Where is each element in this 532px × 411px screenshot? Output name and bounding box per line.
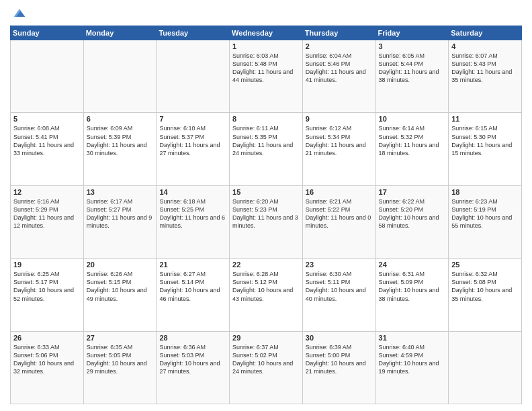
calendar-cell: 24Sunrise: 6:31 AM Sunset: 5:09 PM Dayli… [375, 259, 449, 331]
day-number: 1 [232, 42, 300, 50]
calendar-cell: 18Sunrise: 6:23 AM Sunset: 5:19 PM Dayli… [449, 185, 522, 258]
weekday-header-thursday: Thursday [302, 26, 375, 40]
calendar-cell: 2Sunrise: 6:04 AM Sunset: 5:46 PM Daylig… [302, 40, 375, 113]
day-info: Sunrise: 6:11 AM Sunset: 5:35 PM Dayligh… [232, 124, 300, 157]
day-info: Sunrise: 6:04 AM Sunset: 5:46 PM Dayligh… [306, 52, 373, 85]
day-info: Sunrise: 6:35 AM Sunset: 5:05 PM Dayligh… [87, 343, 154, 376]
day-info: Sunrise: 6:17 AM Sunset: 5:27 PM Dayligh… [87, 197, 154, 230]
calendar-cell: 21Sunrise: 6:27 AM Sunset: 5:14 PM Dayli… [157, 259, 230, 331]
week-row-2: 12Sunrise: 6:16 AM Sunset: 5:29 PM Dayli… [11, 185, 522, 258]
day-number: 27 [87, 334, 154, 342]
day-number: 26 [13, 334, 81, 342]
day-info: Sunrise: 6:23 AM Sunset: 5:19 PM Dayligh… [451, 197, 519, 230]
calendar-cell: 11Sunrise: 6:15 AM Sunset: 5:30 PM Dayli… [449, 113, 522, 185]
day-number: 9 [306, 115, 373, 123]
calendar-cell: 8Sunrise: 6:11 AM Sunset: 5:35 PM Daylig… [230, 113, 303, 185]
day-number: 10 [379, 115, 446, 123]
day-number: 19 [13, 261, 81, 269]
day-number: 11 [451, 115, 519, 123]
day-number: 15 [232, 188, 300, 196]
calendar-cell: 4Sunrise: 6:07 AM Sunset: 5:43 PM Daylig… [449, 40, 522, 113]
calendar-cell: 25Sunrise: 6:32 AM Sunset: 5:08 PM Dayli… [449, 259, 522, 331]
day-info: Sunrise: 6:18 AM Sunset: 5:25 PM Dayligh… [159, 197, 226, 230]
day-info: Sunrise: 6:07 AM Sunset: 5:43 PM Dayligh… [451, 52, 519, 85]
logo-icon [13, 7, 26, 20]
calendar-cell: 12Sunrise: 6:16 AM Sunset: 5:29 PM Dayli… [11, 185, 84, 258]
calendar-cell: 16Sunrise: 6:21 AM Sunset: 5:22 PM Dayli… [302, 185, 375, 258]
day-info: Sunrise: 6:31 AM Sunset: 5:09 PM Dayligh… [379, 270, 446, 303]
day-info: Sunrise: 6:37 AM Sunset: 5:02 PM Dayligh… [232, 343, 300, 376]
day-info: Sunrise: 6:30 AM Sunset: 5:11 PM Dayligh… [306, 270, 373, 303]
week-row-0: 1Sunrise: 6:03 AM Sunset: 5:48 PM Daylig… [11, 40, 522, 113]
calendar-cell: 5Sunrise: 6:08 AM Sunset: 5:41 PM Daylig… [11, 113, 84, 185]
day-info: Sunrise: 6:40 AM Sunset: 4:59 PM Dayligh… [379, 343, 446, 376]
calendar-cell: 28Sunrise: 6:36 AM Sunset: 5:03 PM Dayli… [157, 331, 230, 404]
calendar-cell: 20Sunrise: 6:26 AM Sunset: 5:15 PM Dayli… [83, 259, 157, 331]
weekday-header-row: SundayMondayTuesdayWednesdayThursdayFrid… [11, 26, 522, 40]
day-number: 20 [87, 261, 154, 269]
calendar-cell: 26Sunrise: 6:33 AM Sunset: 5:06 PM Dayli… [11, 331, 84, 404]
day-info: Sunrise: 6:09 AM Sunset: 5:39 PM Dayligh… [87, 124, 154, 157]
calendar-cell: 29Sunrise: 6:37 AM Sunset: 5:02 PM Dayli… [230, 331, 303, 404]
weekday-header-wednesday: Wednesday [230, 26, 303, 40]
day-number: 29 [232, 334, 300, 342]
calendar-cell: 31Sunrise: 6:40 AM Sunset: 4:59 PM Dayli… [375, 331, 449, 404]
calendar-cell: 19Sunrise: 6:25 AM Sunset: 5:17 PM Dayli… [11, 259, 84, 331]
day-info: Sunrise: 6:05 AM Sunset: 5:44 PM Dayligh… [379, 52, 446, 85]
day-number: 24 [379, 261, 446, 269]
day-number: 8 [232, 115, 300, 123]
calendar-cell: 13Sunrise: 6:17 AM Sunset: 5:27 PM Dayli… [83, 185, 157, 258]
page: SundayMondayTuesdayWednesdayThursdayFrid… [0, 0, 532, 411]
day-info: Sunrise: 6:08 AM Sunset: 5:41 PM Dayligh… [13, 124, 81, 157]
day-info: Sunrise: 6:12 AM Sunset: 5:34 PM Dayligh… [306, 124, 373, 157]
day-number: 17 [379, 188, 446, 196]
day-number: 18 [451, 188, 519, 196]
day-number: 30 [306, 334, 373, 342]
day-number: 13 [87, 188, 154, 196]
logo [10, 7, 26, 20]
calendar-cell: 7Sunrise: 6:10 AM Sunset: 5:37 PM Daylig… [157, 113, 230, 185]
calendar-cell [83, 40, 157, 113]
day-info: Sunrise: 6:22 AM Sunset: 5:20 PM Dayligh… [379, 197, 446, 230]
day-info: Sunrise: 6:26 AM Sunset: 5:15 PM Dayligh… [87, 270, 154, 303]
calendar-cell: 6Sunrise: 6:09 AM Sunset: 5:39 PM Daylig… [83, 113, 157, 185]
week-row-3: 19Sunrise: 6:25 AM Sunset: 5:17 PM Dayli… [11, 259, 522, 331]
weekday-header-monday: Monday [83, 26, 157, 40]
day-number: 7 [159, 115, 226, 123]
week-row-1: 5Sunrise: 6:08 AM Sunset: 5:41 PM Daylig… [11, 113, 522, 185]
day-number: 2 [306, 42, 373, 50]
calendar-cell: 9Sunrise: 6:12 AM Sunset: 5:34 PM Daylig… [302, 113, 375, 185]
calendar-cell: 17Sunrise: 6:22 AM Sunset: 5:20 PM Dayli… [375, 185, 449, 258]
calendar-cell [157, 40, 230, 113]
day-info: Sunrise: 6:39 AM Sunset: 5:00 PM Dayligh… [306, 343, 373, 376]
day-number: 21 [159, 261, 226, 269]
day-info: Sunrise: 6:14 AM Sunset: 5:32 PM Dayligh… [379, 124, 446, 157]
calendar-cell: 15Sunrise: 6:20 AM Sunset: 5:23 PM Dayli… [230, 185, 303, 258]
day-number: 6 [87, 115, 154, 123]
calendar-cell: 10Sunrise: 6:14 AM Sunset: 5:32 PM Dayli… [375, 113, 449, 185]
calendar-cell: 14Sunrise: 6:18 AM Sunset: 5:25 PM Dayli… [157, 185, 230, 258]
day-number: 28 [159, 334, 226, 342]
day-info: Sunrise: 6:25 AM Sunset: 5:17 PM Dayligh… [13, 270, 81, 303]
weekday-header-sunday: Sunday [11, 26, 84, 40]
day-info: Sunrise: 6:10 AM Sunset: 5:37 PM Dayligh… [159, 124, 226, 157]
day-info: Sunrise: 6:36 AM Sunset: 5:03 PM Dayligh… [159, 343, 226, 376]
day-number: 31 [379, 334, 446, 342]
calendar-cell: 3Sunrise: 6:05 AM Sunset: 5:44 PM Daylig… [375, 40, 449, 113]
day-number: 22 [232, 261, 300, 269]
day-number: 14 [159, 188, 226, 196]
calendar-cell: 23Sunrise: 6:30 AM Sunset: 5:11 PM Dayli… [302, 259, 375, 331]
calendar-table: SundayMondayTuesdayWednesdayThursdayFrid… [10, 26, 522, 404]
weekday-header-saturday: Saturday [449, 26, 522, 40]
day-number: 16 [306, 188, 373, 196]
calendar-cell: 1Sunrise: 6:03 AM Sunset: 5:48 PM Daylig… [230, 40, 303, 113]
day-info: Sunrise: 6:16 AM Sunset: 5:29 PM Dayligh… [13, 197, 81, 230]
calendar-cell: 27Sunrise: 6:35 AM Sunset: 5:05 PM Dayli… [83, 331, 157, 404]
calendar-cell [11, 40, 84, 113]
day-info: Sunrise: 6:33 AM Sunset: 5:06 PM Dayligh… [13, 343, 81, 376]
day-info: Sunrise: 6:15 AM Sunset: 5:30 PM Dayligh… [451, 124, 519, 157]
day-info: Sunrise: 6:32 AM Sunset: 5:08 PM Dayligh… [451, 270, 519, 303]
day-number: 4 [451, 42, 519, 50]
weekday-header-friday: Friday [375, 26, 449, 40]
calendar-cell [449, 331, 522, 404]
